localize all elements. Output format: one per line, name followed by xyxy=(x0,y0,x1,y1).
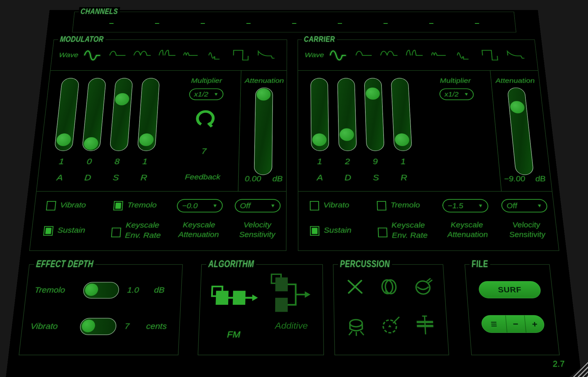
plus-icon: + xyxy=(532,319,538,329)
tremolo-label: Tremolo xyxy=(390,200,420,210)
modulator-panel: MODULATOR Wave 1 0 8 1 xyxy=(29,39,287,251)
decay-slider-thumb[interactable] xyxy=(83,137,99,150)
keyscale-env-rate-checkbox[interactable] xyxy=(378,228,387,237)
feedback-knob[interactable] xyxy=(193,108,218,130)
vibrato-depth-unit: cents xyxy=(146,321,167,332)
increment-button[interactable]: + xyxy=(525,315,545,332)
velocity-sensitivity-dropdown[interactable]: Off ▼ xyxy=(235,199,281,212)
surf-button[interactable]: SURF xyxy=(478,281,542,298)
tremolo-toggle-thumb[interactable] xyxy=(85,284,99,296)
additive-label: Additive xyxy=(266,321,317,331)
sustain-value: 9 xyxy=(367,157,384,166)
logarithmic-sawtooth-wave-icon[interactable] xyxy=(505,48,530,61)
vibrato-checkbox[interactable] xyxy=(310,201,319,210)
tremolo-depth-toggle[interactable] xyxy=(83,282,120,299)
absolute-even-sine-wave-icon[interactable] xyxy=(455,48,480,61)
channel-slot: – xyxy=(109,19,114,26)
tom-tom-icon[interactable] xyxy=(343,313,369,337)
attack-slider[interactable] xyxy=(310,78,329,151)
file-panel: FILE SURF ≡ − + xyxy=(465,264,560,355)
decrement-button[interactable]: − xyxy=(506,315,526,332)
keyscale-env-rate-label: Keyscale Env. Rate xyxy=(125,220,174,240)
release-slider-thumb[interactable] xyxy=(139,133,154,146)
sustain-slider-thumb[interactable] xyxy=(115,93,130,105)
channel-slot: – xyxy=(337,19,342,26)
sustain-slider[interactable] xyxy=(110,78,133,151)
velocity-sensitivity-value: Off xyxy=(240,202,251,210)
decay-letter: D xyxy=(79,173,97,182)
square-wave-icon[interactable] xyxy=(231,48,256,61)
algorithm-option-fm[interactable]: FM xyxy=(208,281,261,340)
vibrato-toggle-thumb[interactable] xyxy=(81,320,96,332)
decay-slider-thumb[interactable] xyxy=(340,128,354,141)
half-sine-wave-icon[interactable] xyxy=(354,48,379,61)
algorithm-option-additive[interactable]: Additive xyxy=(266,273,317,331)
cymbal-icon[interactable] xyxy=(378,313,403,337)
logarithmic-sawtooth-wave-icon[interactable] xyxy=(256,48,280,61)
vibrato-depth-value: 7 xyxy=(124,321,130,332)
attenuation-unit: dB xyxy=(532,175,549,183)
multiplier-value: x1/2 xyxy=(444,91,459,98)
channel-slot: – xyxy=(200,19,205,26)
sustain-checkbox[interactable] xyxy=(310,226,319,236)
attenuation-slider-thumb[interactable] xyxy=(510,101,525,113)
attenuation-slider-thumb[interactable] xyxy=(256,88,271,100)
even-harmonics-sine-wave-icon[interactable] xyxy=(429,48,454,61)
multiplier-dropdown[interactable]: x1/2 ▼ xyxy=(439,88,474,100)
vibrato-checkbox[interactable] xyxy=(46,201,56,210)
attack-value: 1 xyxy=(52,157,70,166)
sustain-slider[interactable] xyxy=(364,78,384,151)
absolute-sine-wave-icon[interactable] xyxy=(379,48,404,61)
bass-drum-icon[interactable] xyxy=(377,275,402,298)
sine-wave-icon[interactable] xyxy=(329,48,353,61)
keyscale-attenuation-label: Keyscale Attenuation xyxy=(439,220,496,239)
chevron-down-icon: ▼ xyxy=(212,203,218,209)
attenuation-slider[interactable] xyxy=(254,88,273,175)
decay-value: 0 xyxy=(80,157,98,166)
minus-icon: − xyxy=(513,319,519,329)
vibrato-depth-toggle[interactable] xyxy=(79,318,117,335)
channel-slot: – xyxy=(154,19,160,26)
square-wave-icon[interactable] xyxy=(480,48,505,61)
menu-button[interactable]: ≡ xyxy=(481,315,507,332)
attack-slider-thumb[interactable] xyxy=(312,133,327,146)
sustain-value: 8 xyxy=(108,157,126,166)
fm-label: FM xyxy=(208,329,260,340)
attack-letter: A xyxy=(51,173,69,182)
release-slider[interactable] xyxy=(391,78,412,151)
sustain-checkbox[interactable] xyxy=(43,226,54,236)
tremolo-checkbox[interactable] xyxy=(113,201,123,210)
attack-value: 1 xyxy=(311,157,328,166)
attenuation-slider[interactable] xyxy=(507,88,534,175)
even-harmonics-sine-wave-icon[interactable] xyxy=(182,48,206,61)
absolute-sine-wave-icon[interactable] xyxy=(132,48,157,61)
keyscale-attenuation-dropdown[interactable]: −0.0 ▼ xyxy=(177,199,223,212)
release-slider[interactable] xyxy=(137,78,160,151)
velocity-sensitivity-dropdown[interactable]: Off ▼ xyxy=(501,199,548,212)
channels-title: CHANNELS xyxy=(78,7,120,16)
hi-hat-icon[interactable] xyxy=(412,313,438,337)
decay-slider[interactable] xyxy=(337,78,357,151)
keyscale-attenuation-dropdown[interactable]: −1.5 ▼ xyxy=(442,199,489,212)
sine-wave-icon[interactable] xyxy=(83,48,108,61)
decay-slider[interactable] xyxy=(82,78,106,151)
snare-drum-icon[interactable] xyxy=(410,275,436,298)
tremolo-checkbox[interactable] xyxy=(377,201,387,210)
attack-slider[interactable] xyxy=(54,78,80,151)
pulse-sine-wave-icon[interactable] xyxy=(157,48,182,61)
attack-slider-thumb[interactable] xyxy=(56,133,71,146)
version-label: 2.7 xyxy=(553,359,565,369)
file-title: FILE xyxy=(469,259,490,269)
synth-panel: CHANNELS – – – – – – – – – MODULATOR Wav… xyxy=(6,10,582,377)
multiplier-dropdown[interactable]: x1/2 ▼ xyxy=(189,88,224,100)
sustain-slider-thumb[interactable] xyxy=(366,87,380,99)
half-sine-wave-icon[interactable] xyxy=(107,48,132,61)
channel-slot: – xyxy=(429,19,434,26)
drumsticks-icon[interactable] xyxy=(343,275,368,298)
release-slider-thumb[interactable] xyxy=(395,133,410,146)
channel-slot: – xyxy=(292,19,297,26)
multiplier-label: Multiplier xyxy=(181,77,233,85)
absolute-even-sine-wave-icon[interactable] xyxy=(206,48,231,61)
keyscale-env-rate-checkbox[interactable] xyxy=(111,228,121,237)
pulse-sine-wave-icon[interactable] xyxy=(404,48,429,61)
